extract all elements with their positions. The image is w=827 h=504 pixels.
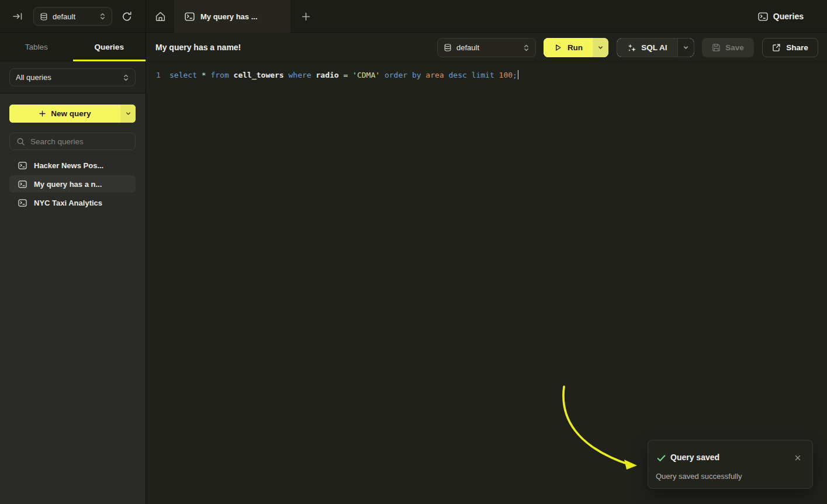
code-token bbox=[197, 71, 202, 79]
search-queries-box[interactable] bbox=[9, 133, 136, 150]
sql-editor[interactable]: 1 select * from cell_towers where radio … bbox=[146, 62, 827, 504]
new-query-main[interactable]: New query bbox=[9, 105, 120, 123]
run-button-main[interactable]: Run bbox=[544, 38, 593, 57]
code-token: area bbox=[425, 71, 444, 79]
query-item-label: NYC Taxi Analytics bbox=[34, 199, 102, 207]
run-button-label: Run bbox=[568, 43, 583, 52]
code-token: desc bbox=[449, 71, 467, 79]
share-button[interactable]: Share bbox=[762, 38, 818, 57]
line-number: 1 bbox=[146, 71, 169, 79]
code-token: where bbox=[289, 71, 312, 79]
code-line: 1 select * from cell_towers where radio … bbox=[146, 69, 827, 81]
search-icon bbox=[16, 137, 25, 146]
tab-my-query[interactable]: My query has ... bbox=[174, 0, 290, 33]
query-item-label: My query has a n... bbox=[34, 180, 102, 189]
close-icon bbox=[794, 454, 801, 461]
sparkles-icon bbox=[627, 43, 636, 53]
chevron-updown-icon bbox=[123, 74, 129, 82]
database-icon bbox=[40, 12, 48, 21]
run-button[interactable]: Run bbox=[544, 38, 608, 57]
code-token: * bbox=[202, 71, 206, 79]
code-token: order bbox=[385, 71, 407, 79]
query-terminal-icon bbox=[18, 199, 27, 207]
plus-icon bbox=[39, 110, 46, 117]
code-token bbox=[494, 71, 499, 79]
queries-menu-button[interactable]: Queries bbox=[758, 0, 804, 33]
plus-icon bbox=[301, 12, 311, 22]
query-item-label: Hacker News Pos... bbox=[34, 161, 103, 170]
toast-message: Query saved successfully bbox=[656, 472, 742, 481]
text-cursor bbox=[518, 70, 519, 79]
code-token: from bbox=[210, 71, 229, 79]
code-token: 100 bbox=[499, 71, 513, 79]
query-filter-select[interactable]: All queries bbox=[9, 68, 136, 86]
sql-ai-button[interactable]: SQL AI bbox=[617, 38, 694, 57]
refresh-button[interactable] bbox=[120, 10, 134, 23]
code-token bbox=[229, 71, 234, 79]
queries-menu-label: Queries bbox=[773, 12, 804, 21]
code-line-tokens: select * from cell_towers where radio = … bbox=[169, 71, 517, 79]
query-filter-value: All queries bbox=[16, 73, 118, 82]
sql-ai-dropdown-segment[interactable] bbox=[677, 39, 694, 57]
code-token: by bbox=[412, 71, 421, 79]
query-list-item-hacker-news[interactable]: Hacker News Pos... bbox=[9, 157, 136, 174]
query-terminal-icon bbox=[18, 180, 27, 188]
code-token: limit bbox=[472, 71, 494, 79]
home-button[interactable] bbox=[146, 0, 174, 33]
sql-ai-label: SQL AI bbox=[641, 43, 667, 52]
database-icon bbox=[444, 43, 452, 52]
chevron-updown-icon bbox=[99, 12, 106, 20]
new-tab-button[interactable] bbox=[298, 10, 313, 23]
sidebar-tab-tables[interactable]: Tables bbox=[0, 33, 73, 61]
tab-label: My query has ... bbox=[200, 12, 258, 21]
run-dropdown-segment[interactable] bbox=[593, 38, 608, 57]
sidebar-body: New query Hacker bbox=[0, 93, 146, 504]
code-token bbox=[407, 71, 412, 79]
toast-close-button[interactable] bbox=[793, 453, 803, 463]
sidebar-divider bbox=[146, 0, 146, 504]
save-button[interactable]: Save bbox=[702, 38, 754, 57]
home-icon bbox=[155, 11, 166, 22]
query-terminal-icon bbox=[185, 12, 195, 21]
query-list-item-my-query[interactable]: My query has a n... bbox=[9, 175, 136, 193]
save-icon bbox=[712, 43, 721, 52]
collapse-sidebar-button[interactable] bbox=[12, 11, 25, 22]
query-title: My query has a name! bbox=[155, 33, 241, 62]
play-icon bbox=[553, 43, 562, 52]
code-token: radio bbox=[316, 71, 338, 79]
new-query-button[interactable]: New query bbox=[9, 105, 136, 123]
code-token: cell_towers bbox=[234, 71, 284, 79]
query-terminal-icon bbox=[18, 162, 27, 169]
sidebar-tab-queries[interactable]: Queries bbox=[73, 33, 146, 61]
refresh-icon bbox=[122, 11, 133, 22]
chevron-down-icon bbox=[125, 110, 132, 117]
sidebar-filter-row: All queries bbox=[0, 61, 146, 93]
chevron-down-icon bbox=[597, 44, 604, 51]
collapse-sidebar-icon bbox=[12, 11, 24, 22]
check-icon bbox=[656, 453, 666, 463]
chevron-down-icon bbox=[683, 44, 689, 51]
sql-ai-main[interactable]: SQL AI bbox=[617, 39, 677, 57]
main-panel: My query has a name! default Run bbox=[146, 33, 827, 504]
code-token: ; bbox=[513, 71, 517, 79]
query-list: Hacker News Pos... My query has a n... N… bbox=[9, 157, 136, 211]
code-token: 'CDMA' bbox=[352, 71, 380, 79]
toast-title: Query saved bbox=[670, 453, 719, 462]
sidebar-tab-tables-label: Tables bbox=[25, 43, 48, 51]
query-list-item-nyc-taxi[interactable]: NYC Taxi Analytics bbox=[9, 194, 136, 211]
topbar-database-selector[interactable]: default bbox=[33, 7, 112, 26]
search-queries-input[interactable] bbox=[30, 137, 118, 146]
sidebar-tab-queries-label: Queries bbox=[95, 43, 124, 51]
code-token bbox=[467, 71, 472, 79]
share-button-label: Share bbox=[786, 43, 808, 52]
app-window: default My query has ... bbox=[0, 0, 827, 504]
code-token bbox=[444, 71, 449, 79]
new-query-dropdown-segment[interactable] bbox=[120, 105, 136, 123]
share-icon bbox=[772, 43, 781, 52]
top-bar: default My query has ... bbox=[0, 0, 827, 33]
queries-terminal-icon bbox=[758, 12, 768, 21]
code-token: = bbox=[339, 71, 352, 79]
chevron-updown-icon bbox=[523, 44, 530, 52]
save-button-label: Save bbox=[725, 43, 744, 52]
query-database-selector[interactable]: default bbox=[437, 38, 536, 57]
